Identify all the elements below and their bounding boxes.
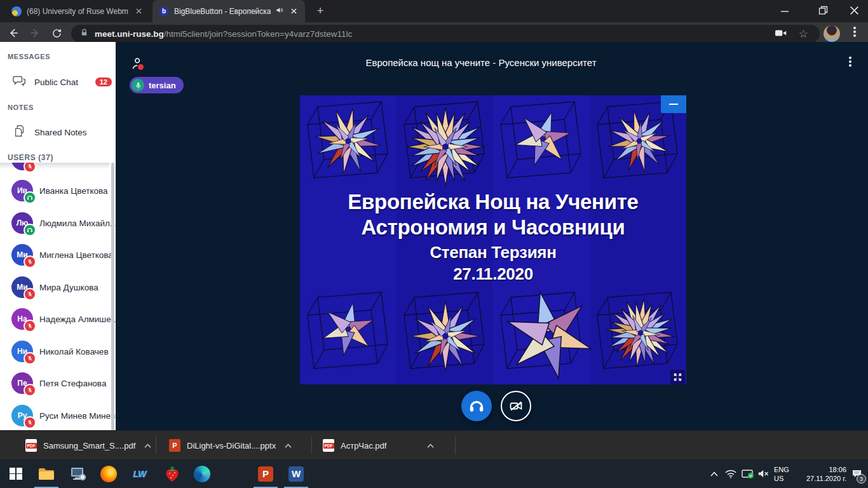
window-close-button[interactable]	[850, 6, 859, 18]
user-list-item[interactable]: Ни Николай Ковачев	[0, 341, 112, 369]
user-list-item[interactable]: Пе Петя Стефанова	[0, 372, 112, 400]
strawberry-icon	[165, 466, 179, 482]
minus-icon	[669, 104, 678, 105]
security-tray-icon[interactable]	[740, 459, 756, 488]
user-status-icon	[24, 416, 36, 429]
messages-label: MESSAGES	[8, 53, 50, 60]
computer-icon	[70, 466, 86, 482]
user-name: Людмила Михайл...	[39, 212, 116, 234]
slide-date: 27.11.2020	[300, 263, 686, 285]
tab-audio-icon[interactable]	[276, 6, 283, 16]
tab-title: (68) University of Ruse Webmail :	[27, 7, 128, 16]
start-button[interactable]	[1, 459, 31, 488]
user-list-item[interactable]: Ми Мира Душкова	[0, 276, 112, 304]
fullscreen-button[interactable]	[670, 370, 685, 384]
new-tab-button[interactable]: +	[313, 3, 328, 18]
download-item[interactable]: PDF АстрЧас.pdf	[323, 431, 434, 460]
avatar: Лю	[11, 212, 33, 234]
avatar: Ив	[11, 180, 33, 201]
volume-muted-icon[interactable]	[756, 459, 771, 488]
address-bar[interactable]: meet.uni-ruse.bg /html5client/join?sessi…	[71, 25, 820, 43]
clock[interactable]: 18:06 27.11.2020 г.	[799, 459, 846, 488]
taskbar-edge[interactable]	[187, 459, 217, 488]
camera-in-use-icon[interactable]	[775, 29, 787, 39]
window-minimize-button[interactable]	[780, 6, 798, 18]
bookmark-star-icon[interactable]: ☆	[799, 27, 808, 41]
user-list-item[interactable]: Ру Руси Минев Минев	[0, 405, 112, 430]
taskbar-strawberry-app[interactable]	[158, 459, 187, 488]
shared-notes-label: Shared Notes	[34, 128, 87, 137]
taskbar-word[interactable]: W	[281, 459, 311, 488]
user-list-scrollbar[interactable]	[111, 163, 114, 430]
star-polyhedron	[604, 105, 675, 177]
users-label: USERS (37)	[8, 153, 53, 162]
tray-time: 18:06	[829, 465, 846, 474]
user-list-item[interactable]: Лю Людмила Михайл...	[0, 212, 112, 240]
browser-menu-icon[interactable]	[850, 27, 859, 37]
forward-button[interactable]	[27, 25, 43, 41]
webcam-off-icon	[508, 398, 524, 414]
avatar: Ми	[11, 276, 33, 298]
word-icon: W	[288, 466, 304, 482]
downloads-bar: PDF Samsung_Smart_S....pdf P DiLight-vs-…	[0, 430, 868, 459]
avatar: Ми	[11, 244, 33, 266]
star-polyhedron	[310, 103, 386, 179]
refresh-button[interactable]	[48, 25, 65, 41]
star-polyhedron	[405, 296, 485, 376]
windows-taskbar: LW P W ENG US	[0, 459, 868, 488]
language-indicator[interactable]: ENG US	[774, 459, 797, 488]
taskbar-firefox[interactable]	[94, 459, 123, 488]
avatar	[11, 163, 33, 170]
notes-label: NOTES	[8, 104, 34, 111]
chevron-up-icon[interactable]	[427, 444, 434, 448]
tab-close-icon[interactable]	[133, 6, 144, 17]
headphones-icon	[468, 398, 485, 414]
ppt-file-icon: P	[169, 439, 180, 452]
user-status-icon	[24, 352, 36, 365]
chat-icon	[11, 73, 27, 91]
sidebar-item-public-chat[interactable]: Public Chat 12	[0, 71, 116, 93]
user-status-icon	[24, 163, 36, 173]
presentation-slide[interactable]: Европейска Нощ на Учените Астрономия и Ч…	[300, 95, 686, 384]
user-list-item[interactable]	[0, 163, 112, 177]
shared-notes-icon	[13, 123, 27, 141]
public-chat-label: Public Chat	[34, 78, 78, 87]
minimize-presentation-button[interactable]	[661, 95, 686, 113]
taskbar-liveworksheets[interactable]: LW	[125, 459, 154, 488]
user-list-item[interactable]: Ми Миглена Цветкова	[0, 244, 112, 272]
download-item[interactable]: P DiLight-vs-DiGital....pptx	[169, 431, 292, 460]
bbb-options-menu-icon[interactable]	[846, 57, 854, 67]
taskbar-powerpoint[interactable]: P	[251, 459, 280, 488]
download-item[interactable]: PDF Samsung_Smart_S....pdf	[25, 431, 151, 460]
chevron-up-icon[interactable]	[144, 444, 151, 448]
user-status-icon	[24, 288, 36, 301]
talker-name: tersian	[149, 81, 176, 90]
user-list-item[interactable]: На Надежда Алмише...	[0, 308, 112, 336]
talker-badge[interactable]: tersian	[130, 77, 184, 93]
back-button[interactable]	[5, 25, 22, 41]
user-name: Миглена Цветкова	[39, 244, 113, 266]
tab-close-icon[interactable]	[288, 6, 299, 17]
tray-hidden-icons-chevron[interactable]	[707, 459, 722, 488]
taskbar-file-explorer[interactable]	[32, 459, 61, 488]
notification-count-badge: 3	[857, 474, 866, 484]
action-center-icon[interactable]: 3	[848, 459, 867, 488]
browser-tab-strip: (68) University of Ruse Webmail : b BigB…	[0, 0, 868, 22]
avatar: Ни	[11, 341, 33, 362]
window-restore-button[interactable]	[818, 6, 828, 18]
taskbar-remote-desktop[interactable]	[64, 459, 93, 488]
audio-join-button[interactable]	[461, 391, 492, 421]
tab-bigbluebutton[interactable]: b BigBlueButton - Европейска	[153, 0, 305, 22]
profile-avatar[interactable]	[824, 25, 840, 42]
sidebar-item-shared-notes[interactable]: Shared Notes	[0, 121, 116, 144]
chevron-up-icon[interactable]	[285, 444, 292, 448]
wifi-icon[interactable]	[723, 459, 738, 488]
lock-icon[interactable]	[80, 28, 88, 39]
user-list[interactable]: Ив Иванка Цветкова Лю Людмила Михайл... …	[0, 163, 116, 430]
lw-icon: LW	[133, 469, 147, 479]
divider	[156, 437, 156, 454]
tab-webmail[interactable]: (68) University of Ruse Webmail :	[5, 0, 153, 22]
share-webcam-button[interactable]	[501, 391, 531, 421]
user-list-item[interactable]: Ив Иванка Цветкова	[0, 180, 112, 208]
slide-author: Степан Терзиян	[300, 241, 686, 263]
